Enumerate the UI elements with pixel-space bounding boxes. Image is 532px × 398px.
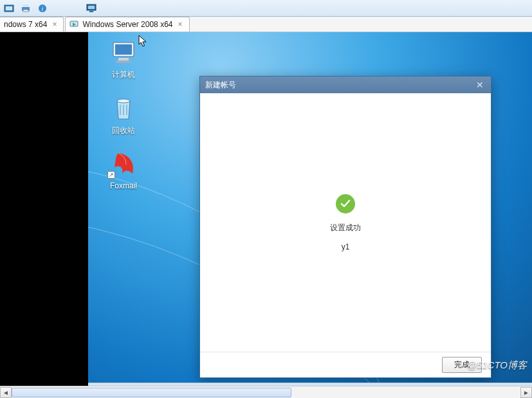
svg-rect-8 (88, 6, 95, 9)
tab-bar: ndows 7 x64 × Windows Server 2008 x64 × (0, 17, 532, 32)
dialog-account-name: y1 (342, 242, 350, 251)
dialog-title-text: 新建帐号 (205, 80, 236, 91)
new-account-dialog: 新建帐号 ✕ 设置成功 y1 完成 (199, 76, 491, 378)
svg-rect-1 (6, 6, 12, 10)
desktop-icons: 计算机 回收站 ↗ Foxmail (100, 39, 151, 204)
svg-text:i: i (42, 5, 44, 12)
svg-rect-14 (118, 58, 129, 60)
dialog-body: 设置成功 y1 (200, 93, 491, 352)
tab-windows7[interactable]: ndows 7 x64 × (0, 17, 64, 32)
tab-label: Windows Server 2008 x64 (82, 20, 172, 29)
svg-rect-9 (89, 11, 93, 12)
svg-rect-15 (116, 60, 131, 63)
dialog-titlebar[interactable]: 新建帐号 ✕ (200, 77, 491, 93)
desktop-icon-label: Foxmail (100, 181, 147, 190)
vm-desktop[interactable]: 计算机 回收站 ↗ Foxmail (88, 32, 532, 386)
tab-label: ndows 7 x64 (4, 20, 47, 29)
svg-point-16 (117, 99, 130, 103)
tab-windows-server-2008[interactable]: Windows Server 2008 x64 × (65, 17, 189, 32)
svg-rect-13 (115, 44, 132, 55)
close-icon[interactable]: × (51, 20, 58, 29)
screenshot-icon[interactable] (4, 3, 14, 14)
recycle-bin-icon (109, 95, 138, 123)
desktop-icon-foxmail[interactable]: ↗ Foxmail (100, 150, 147, 190)
dialog-footer: 完成 (200, 352, 491, 377)
desktop-icon-computer[interactable]: 计算机 (100, 39, 147, 80)
info-icon[interactable]: i (37, 3, 48, 14)
host-toolbar: i (0, 0, 532, 17)
close-icon[interactable]: × (176, 20, 183, 29)
horizontal-scrollbar[interactable]: ◄ ► (0, 386, 532, 398)
desktop-icon-label: 计算机 (100, 69, 147, 80)
dialog-success-msg: 设置成功 (330, 222, 361, 233)
scroll-right-arrow[interactable]: ► (520, 387, 532, 398)
shortcut-arrow-icon: ↗ (107, 171, 115, 179)
scroll-track[interactable] (12, 387, 520, 398)
computer-icon (109, 39, 138, 67)
printer-icon[interactable] (21, 3, 31, 14)
success-check-icon (336, 194, 355, 213)
vm-viewport: 计算机 回收站 ↗ Foxmail (0, 32, 532, 386)
close-icon[interactable]: ✕ (474, 79, 486, 91)
scroll-thumb[interactable] (12, 388, 291, 397)
desktop-icon-label: 回收站 (100, 125, 147, 136)
desktop-icon-recycle-bin[interactable]: 回收站 (100, 95, 147, 136)
vm-running-icon (69, 20, 78, 29)
scroll-left-arrow[interactable]: ◄ (0, 387, 12, 398)
svg-rect-3 (23, 5, 28, 7)
svg-rect-4 (23, 10, 28, 12)
monitor-icon[interactable] (86, 3, 96, 14)
watermark: @51CTO博客 (467, 359, 527, 372)
